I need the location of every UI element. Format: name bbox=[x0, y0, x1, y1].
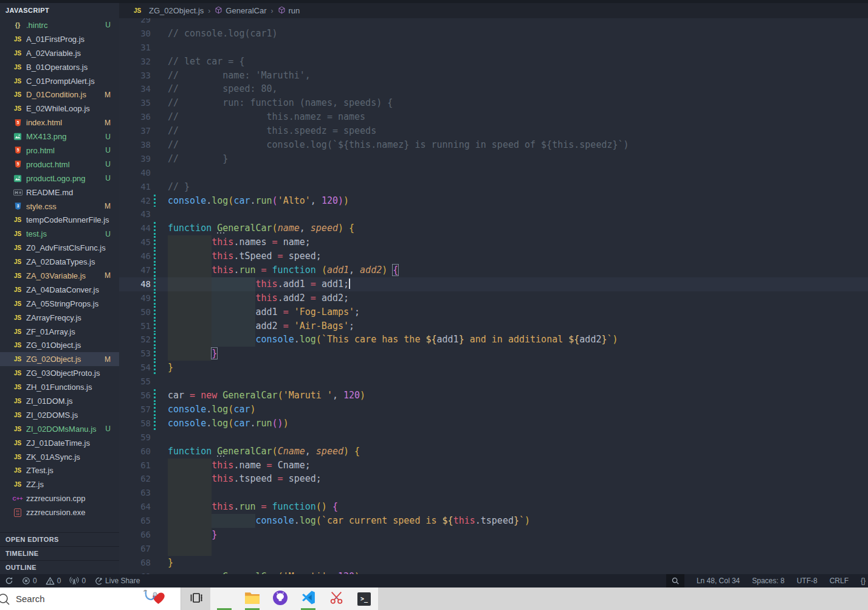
code-line-63[interactable]: 63 bbox=[119, 486, 868, 500]
code-line-39[interactable]: 39// } bbox=[119, 152, 868, 166]
taskbar-taskview-button[interactable] bbox=[182, 587, 210, 610]
file-item-MX413.png[interactable]: MX413.pngU bbox=[0, 130, 119, 144]
file-item-ZF_01Array.js[interactable]: JSZF_01Array.js bbox=[0, 325, 119, 339]
cursor-position[interactable]: Ln 48, Col 34 bbox=[697, 577, 740, 585]
file-item-zzzrecursion.exe[interactable]: 0110zzzrecursion.exe bbox=[0, 505, 119, 519]
file-item-tempCodeRunnerFile.js[interactable]: JStempCodeRunnerFile.js bbox=[0, 213, 119, 227]
file-item-ZA_05StringProps.js[interactable]: JSZA_05StringProps.js bbox=[0, 297, 119, 311]
code-line-48[interactable]: 48 this.add1 = add1; bbox=[119, 277, 868, 291]
code-line-60[interactable]: 60function GeneralCar(Cname, speed) { bbox=[119, 445, 868, 459]
code-line-32[interactable]: 32// let car = { bbox=[119, 55, 868, 69]
code-line-35[interactable]: 35// run: function (names, speeds) { bbox=[119, 96, 868, 110]
file-item-Z0_AdvFirstClsFunc.js[interactable]: JSZ0_AdvFirstClsFunc.js bbox=[0, 241, 119, 255]
encoding-setting[interactable]: UTF-8 bbox=[797, 577, 818, 585]
code-line-55[interactable]: 55 bbox=[119, 375, 868, 389]
file-item-ZG_02Object.js[interactable]: JSZG_02Object.jsM bbox=[0, 352, 119, 366]
code-line-33[interactable]: 33// name: 'Maruthi', bbox=[119, 69, 868, 83]
file-item-ZZ.js[interactable]: JSZZ.js bbox=[0, 477, 119, 491]
breadcrumb-file[interactable]: ZG_02Object.js bbox=[149, 6, 204, 15]
section-header-open-editors[interactable]: OPEN EDITORS bbox=[0, 532, 119, 546]
status-error[interactable]: 0 bbox=[22, 577, 37, 585]
code-line-53[interactable]: 53 } bbox=[119, 347, 868, 361]
file-item-D_01Condition.js[interactable]: JSD_01Condition.jsM bbox=[0, 88, 119, 102]
status-liveshare[interactable]: Live Share bbox=[94, 577, 140, 585]
code-line-49[interactable]: 49 this.add2 = add2; bbox=[119, 291, 868, 305]
code-line-54[interactable]: 54} bbox=[119, 361, 868, 375]
file-item-ZA_02DataTypes.js[interactable]: JSZA_02DataTypes.js bbox=[0, 255, 119, 269]
code-line-56[interactable]: 56car = new GeneralCar('Maruti ', 120) bbox=[119, 389, 868, 403]
file-item-pro.html[interactable]: 5pro.htmlU bbox=[0, 144, 119, 158]
breadcrumb-symbol-method[interactable]: run bbox=[289, 6, 300, 15]
code-line-37[interactable]: 37// this.speedz = speeds bbox=[119, 124, 868, 138]
code-line-68[interactable]: 68} bbox=[119, 556, 868, 570]
file-item-ZI_02DOMS.js[interactable]: JSZI_02DOMS.js bbox=[0, 408, 119, 422]
file-item-product.html[interactable]: 5product.htmlU bbox=[0, 158, 119, 172]
code-line-45[interactable]: 45 this.names = name; bbox=[119, 235, 868, 249]
file-item-ZI_01DOM.js[interactable]: JSZI_01DOM.js bbox=[0, 394, 119, 408]
code-line-62[interactable]: 62 this.tspeed = speed; bbox=[119, 472, 868, 486]
code-line-58[interactable]: 58console.log(car.run()) bbox=[119, 417, 868, 431]
file-item-A_01FirstProg.js[interactable]: JSA_01FirstProg.js bbox=[0, 32, 119, 46]
code-line-69[interactable]: 69car = new GeneralCar('Maruti', 120) bbox=[119, 570, 868, 574]
status-broadcast[interactable]: 0 bbox=[69, 577, 86, 585]
code-line-40[interactable]: 40 bbox=[119, 166, 868, 180]
file-item-ZA_03Variable.js[interactable]: JSZA_03Variable.jsM bbox=[0, 269, 119, 283]
code-line-67[interactable]: 67 bbox=[119, 542, 868, 556]
status-warning[interactable]: 0 bbox=[46, 577, 61, 585]
status-zoom-button[interactable] bbox=[666, 574, 684, 587]
file-item-index.html[interactable]: 5index.htmlM bbox=[0, 116, 119, 130]
taskbar-search-box[interactable]: Search bbox=[0, 587, 181, 610]
taskbar-edge-button[interactable] bbox=[210, 587, 238, 610]
code-line-34[interactable]: 34// speed: 80, bbox=[119, 82, 868, 96]
code-line-65[interactable]: 65 console.log(`car current speed is ${t… bbox=[119, 514, 868, 528]
indentation-setting[interactable]: Spaces: 8 bbox=[752, 577, 784, 585]
code-line-36[interactable]: 36// this.namez = names bbox=[119, 110, 868, 124]
file-item-ZI_02DOMsManu.js[interactable]: JSZI_02DOMsManu.jsU bbox=[0, 422, 119, 436]
code-line-43[interactable]: 43 bbox=[119, 207, 868, 221]
code-line-44[interactable]: 44function GeneralCar(name, speed) { bbox=[119, 221, 868, 235]
file-item-ZK_01ASync.js[interactable]: JSZK_01ASync.js bbox=[0, 450, 119, 464]
file-item-.hintrc[interactable]: {}.hintrcU bbox=[0, 18, 119, 32]
file-item-ZJ_01DateTime.js[interactable]: JSZJ_01DateTime.js bbox=[0, 436, 119, 450]
code-line-38[interactable]: 38// console.log(`${this.namez} is runni… bbox=[119, 138, 868, 152]
code-line-41[interactable]: 41// } bbox=[119, 180, 868, 194]
code-line-64[interactable]: 64 this.run = function() { bbox=[119, 500, 868, 514]
eol-setting[interactable]: CRLF bbox=[830, 577, 849, 585]
file-item-E_02WhileLoop.js[interactable]: JSE_02WhileLoop.js bbox=[0, 102, 119, 116]
file-item-ZTest.js[interactable]: JSZTest.js bbox=[0, 464, 119, 478]
breadcrumb-symbol-class[interactable]: GeneralCar bbox=[226, 6, 266, 15]
file-item-zzzrecursion.cpp[interactable]: C++zzzrecursion.cpp bbox=[0, 491, 119, 505]
code-line-66[interactable]: 66 } bbox=[119, 528, 868, 542]
section-header-outline[interactable]: OUTLINE bbox=[0, 560, 119, 574]
file-item-productLogo.png[interactable]: productLogo.pngU bbox=[0, 172, 119, 185]
code-line-52[interactable]: 52 console.log(`This care has the ${add1… bbox=[119, 333, 868, 347]
status-sync[interactable] bbox=[5, 577, 13, 585]
file-item-ZG_03ObjectProto.js[interactable]: JSZG_03ObjectProto.js bbox=[0, 366, 119, 380]
explorer-folder-header[interactable]: JAVASCRIPT bbox=[0, 3, 119, 18]
file-item-C_01PromptAlert.js[interactable]: JSC_01PromptAlert.js bbox=[0, 74, 119, 88]
code-line-57[interactable]: 57console.log(car) bbox=[119, 403, 868, 417]
file-item-test.js[interactable]: JStest.jsU bbox=[0, 227, 119, 241]
taskbar-github-button[interactable] bbox=[266, 587, 294, 610]
code-line-31[interactable]: 31 bbox=[119, 41, 868, 55]
file-item-A_02Variable.js[interactable]: JSA_02Variable.js bbox=[0, 46, 119, 60]
code-editor[interactable]: 2930// console.log(car1)3132// let car =… bbox=[119, 18, 868, 574]
file-item-ZA_04DataConver.js[interactable]: JSZA_04DataConver.js bbox=[0, 283, 119, 297]
taskbar-vscode-button[interactable] bbox=[294, 587, 322, 610]
file-item-README.md[interactable]: README.md bbox=[0, 185, 119, 199]
file-item-ZG_01Object.js[interactable]: JSZG_01Object.js bbox=[0, 338, 119, 352]
code-line-47[interactable]: 47 this.run = function (add1, add2) { bbox=[119, 263, 868, 277]
code-line-59[interactable]: 59 bbox=[119, 431, 868, 445]
file-item-style.css[interactable]: 3style.cssM bbox=[0, 199, 119, 213]
file-item-ZArrayFreqcy.js[interactable]: JSZArrayFreqcy.js bbox=[0, 311, 119, 325]
file-item-ZH_01Functions.js[interactable]: JSZH_01Functions.js bbox=[0, 380, 119, 394]
code-line-30[interactable]: 30// console.log(car1) bbox=[119, 27, 868, 41]
code-line-29[interactable]: 29 bbox=[119, 18, 868, 27]
code-line-61[interactable]: 61 this.name = Cname; bbox=[119, 459, 868, 473]
taskbar-terminal-button[interactable]: >_ bbox=[350, 587, 378, 610]
file-item-B_01Operators.js[interactable]: JSB_01Operators.js bbox=[0, 60, 119, 74]
taskbar-explorer-button[interactable] bbox=[238, 587, 266, 610]
code-line-50[interactable]: 50 add1 = 'Fog-Lamps'; bbox=[119, 305, 868, 319]
code-line-46[interactable]: 46 this.tSpeed = speed; bbox=[119, 249, 868, 263]
code-line-42[interactable]: 42console.log(car.run('Alto', 120)) bbox=[119, 194, 868, 208]
